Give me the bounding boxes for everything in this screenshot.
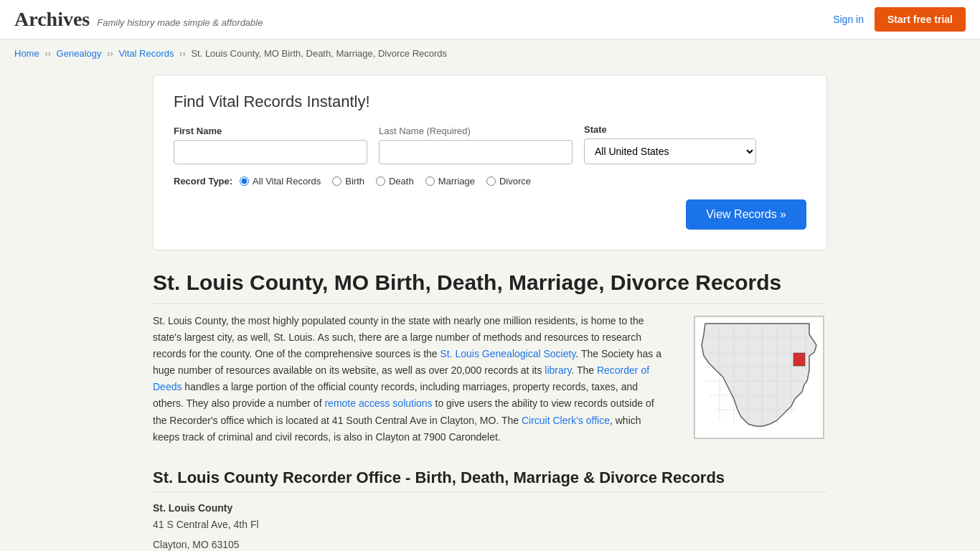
header-nav: Sign in Start free trial [833,7,966,32]
address-line2: Clayton, MO 63105 [153,537,827,551]
radio-label-death[interactable]: Death [376,176,414,187]
site-logo: Archives [14,8,90,31]
address-block: St. Louis County 41 S Central Ave, 4th F… [153,502,827,551]
address-line1: 41 S Central Ave, 4th Fl [153,517,827,534]
breadcrumb-home[interactable]: Home [14,48,39,59]
record-type-label: Record Type: [174,176,232,187]
site-header: Archives Family history made simple & af… [0,0,980,39]
link-circuit-clerk[interactable]: Circuit Clerk's office [522,415,610,426]
site-tagline: Family history made simple & affordable [97,17,263,28]
content-section: St. Louis County, the most highly popula… [153,313,827,446]
search-box: Find Vital Records Instantly! First Name… [153,75,827,250]
radio-label-birth[interactable]: Birth [332,176,364,187]
first-name-input[interactable] [174,140,367,164]
breadcrumb-current: St. Louis County, MO Birth, Death, Marri… [191,48,447,59]
breadcrumb-genealogy[interactable]: Genealogy [57,48,102,59]
last-name-input[interactable] [379,140,573,164]
radio-divorce[interactable] [486,176,496,186]
link-library[interactable]: library [545,364,571,376]
record-type-row: Record Type: All Vital Records Birth Dea… [174,176,806,187]
missouri-map [691,313,827,442]
state-label: State [584,124,756,135]
state-field-group: State All United States Alabama Alaska A… [584,124,756,164]
view-records-button[interactable]: View Records » [686,199,806,230]
breadcrumb-sep-2: ›› [107,48,116,59]
link-remote-access[interactable]: remote access solutions [324,397,432,409]
section2-heading: St. Louis County Recorder Office - Birth… [153,468,827,492]
search-fields-row: First Name Last Name (Required) State Al… [174,124,806,164]
content-text: St. Louis County, the most highly popula… [153,313,669,446]
radio-label-marriage[interactable]: Marriage [425,176,475,187]
radio-label-divorce[interactable]: Divorce [486,176,531,187]
content-paragraph: St. Louis County, the most highly popula… [153,313,669,446]
map-container [691,313,827,446]
breadcrumb-sep-3: ›› [179,48,188,59]
radio-label-all[interactable]: All Vital Records [240,176,321,187]
first-name-field-group: First Name [174,126,367,164]
radio-death[interactable] [376,176,385,186]
header-logo-area: Archives Family history made simple & af… [14,8,263,31]
last-name-label: Last Name (Required) [379,126,573,136]
breadcrumb: Home ›› Genealogy ›› Vital Records ›› St… [0,39,980,67]
radio-all[interactable] [240,176,249,186]
svg-rect-15 [793,353,805,366]
link-genealogical-society[interactable]: St. Louis Genealogical Society [440,348,576,359]
search-heading: Find Vital Records Instantly! [174,93,806,111]
page-title: St. Louis County, MO Birth, Death, Marri… [153,270,827,304]
sign-in-link[interactable]: Sign in [833,14,864,25]
last-name-field-group: Last Name (Required) [379,126,573,164]
breadcrumb-sep-1: ›› [44,48,53,59]
radio-marriage[interactable] [425,176,435,186]
first-name-label: First Name [174,126,367,136]
main-content: Find Vital Records Instantly! First Name… [138,67,842,551]
radio-birth[interactable] [332,176,341,186]
state-select[interactable]: All United States Alabama Alaska Arizona… [584,138,756,164]
link-recorder-of-deeds[interactable]: Recorder of Deeds [153,364,649,392]
breadcrumb-vital-records[interactable]: Vital Records [118,48,174,59]
office-name: St. Louis County [153,502,232,514]
free-trial-button[interactable]: Start free trial [875,7,966,32]
record-type-radio-group: All Vital Records Birth Death Marriage D… [240,176,531,187]
